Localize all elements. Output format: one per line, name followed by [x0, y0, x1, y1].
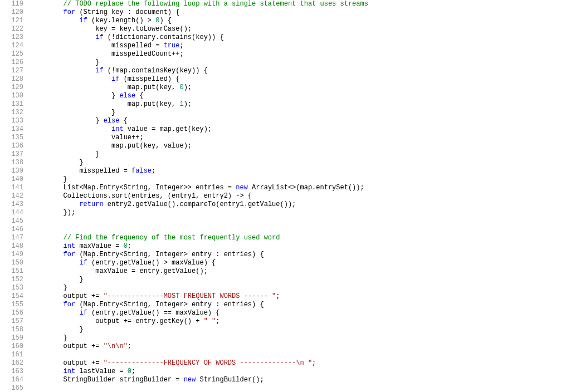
code-line[interactable]: } [31, 58, 368, 67]
code-line[interactable]: map.put(key, value); [31, 142, 368, 150]
code-line[interactable]: if (entry.getValue() > maxValue) { [31, 259, 368, 267]
code-line[interactable]: int value = map.get(key); [31, 125, 368, 134]
line-number: 153 [0, 284, 23, 292]
code-line[interactable]: if (misspelled) { [31, 75, 368, 84]
line-number: 134 [0, 125, 23, 134]
line-number: 122 [0, 25, 23, 33]
line-number: 121 [0, 17, 23, 25]
line-number-gutter: 1191201211221231241251261271281291301311… [0, 0, 31, 392]
code-line[interactable]: key = key.toLowerCase(); [31, 25, 368, 33]
code-line[interactable]: output += "\n\n"; [31, 342, 368, 351]
code-line[interactable]: map.put(key, 0); [31, 84, 368, 92]
code-line[interactable]: } [31, 150, 368, 159]
line-number: 147 [0, 234, 23, 242]
code-line[interactable]: // Find the frequency of the most freque… [31, 234, 368, 242]
line-number: 132 [0, 109, 23, 117]
line-number: 137 [0, 150, 23, 159]
line-number: 135 [0, 134, 23, 142]
line-number: 130 [0, 92, 23, 100]
line-number: 142 [0, 192, 23, 200]
line-number: 120 [0, 8, 23, 17]
code-line[interactable]: } [31, 284, 368, 292]
code-line[interactable]: } [31, 109, 368, 117]
code-line[interactable]: } [31, 175, 368, 184]
code-line[interactable]: for (Map.Entry<String, Integer> entry : … [31, 251, 368, 259]
line-number: 138 [0, 159, 23, 167]
line-number: 123 [0, 33, 23, 42]
line-number: 126 [0, 58, 23, 67]
line-number: 131 [0, 100, 23, 109]
code-line[interactable]: } [31, 334, 368, 342]
code-line[interactable]: } [31, 326, 368, 334]
line-number: 157 [0, 317, 23, 326]
line-number: 140 [0, 175, 23, 184]
line-number: 128 [0, 75, 23, 84]
line-number: 159 [0, 334, 23, 342]
code-line[interactable]: Collections.sort(entries, (entry1, entry… [31, 192, 368, 200]
line-number: 127 [0, 67, 23, 75]
code-line[interactable] [31, 217, 368, 226]
line-number: 133 [0, 117, 23, 125]
line-number: 155 [0, 301, 23, 309]
code-line[interactable]: return entry2.getValue().compareTo(entry… [31, 200, 368, 209]
code-area[interactable]: // TODO replace the following loop with … [31, 0, 368, 392]
code-line[interactable]: map.put(key, 1); [31, 100, 368, 109]
line-number: 154 [0, 292, 23, 301]
line-number: 143 [0, 200, 23, 209]
code-line[interactable]: if (!dictionary.contains(key)) { [31, 33, 368, 42]
line-number: 151 [0, 267, 23, 276]
line-number: 156 [0, 309, 23, 317]
code-line[interactable] [31, 351, 368, 359]
code-line[interactable]: for (Map.Entry<String, Integer> entry : … [31, 301, 368, 309]
line-number: 129 [0, 84, 23, 92]
code-line[interactable]: int lastValue = 0; [31, 367, 368, 376]
code-line[interactable]: if (key.length() > 0) { [31, 17, 368, 25]
line-number: 152 [0, 276, 23, 284]
code-line[interactable]: misspelled = true; [31, 42, 368, 50]
code-line[interactable]: for (String key : document) { [31, 8, 368, 17]
code-line[interactable]: maxValue = entry.getValue(); [31, 267, 368, 276]
line-number: 125 [0, 50, 23, 58]
code-line[interactable]: output += "--------------MOST FREQUENT W… [31, 292, 368, 301]
code-line[interactable]: output += "--------------FREQUENCY OF WO… [31, 359, 368, 367]
code-line[interactable]: misspelledCount++; [31, 50, 368, 58]
code-line[interactable]: } [31, 159, 368, 167]
code-line[interactable]: } else { [31, 117, 368, 125]
code-line[interactable]: } else { [31, 92, 368, 100]
line-number: 149 [0, 251, 23, 259]
code-line[interactable]: value++; [31, 134, 368, 142]
line-number: 165 [0, 384, 23, 392]
line-number: 162 [0, 359, 23, 367]
code-line[interactable] [31, 384, 368, 392]
code-line[interactable]: List<Map.Entry<String, Integer>> entries… [31, 184, 368, 192]
code-line[interactable]: }); [31, 209, 368, 217]
line-number: 144 [0, 209, 23, 217]
code-line[interactable]: misspelled = false; [31, 167, 368, 175]
code-line[interactable]: if (!map.containsKey(key)) { [31, 67, 368, 75]
code-line[interactable]: output += entry.getKey() + " "; [31, 317, 368, 326]
line-number: 124 [0, 42, 23, 50]
code-line[interactable]: if (entry.getValue() == maxValue) { [31, 309, 368, 317]
code-line[interactable]: StringBuilder stringBuilder = new String… [31, 376, 368, 384]
line-number: 161 [0, 351, 23, 359]
line-number: 145 [0, 217, 23, 226]
line-number: 146 [0, 226, 23, 234]
line-number: 160 [0, 342, 23, 351]
code-line[interactable]: } [31, 276, 368, 284]
line-number: 150 [0, 259, 23, 267]
line-number: 139 [0, 167, 23, 175]
line-number: 141 [0, 184, 23, 192]
code-line[interactable] [31, 226, 368, 234]
line-number: 148 [0, 242, 23, 251]
line-number: 136 [0, 142, 23, 150]
line-number: 158 [0, 326, 23, 334]
code-line[interactable]: // TODO replace the following loop with … [31, 0, 368, 8]
line-number: 119 [0, 0, 23, 8]
line-number: 164 [0, 376, 23, 384]
line-number: 163 [0, 367, 23, 376]
code-line[interactable]: int maxValue = 0; [31, 242, 368, 251]
code-editor[interactable]: 1191201211221231241251261271281291301311… [0, 0, 561, 392]
